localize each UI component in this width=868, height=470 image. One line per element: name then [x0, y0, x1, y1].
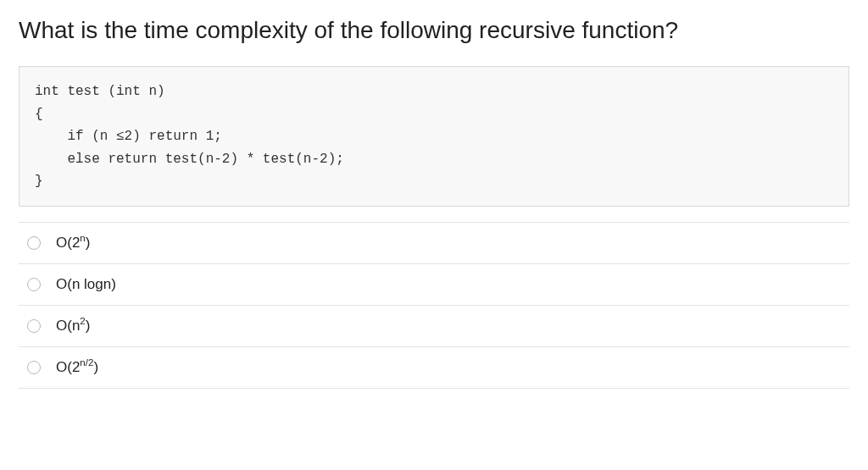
option-label: O(n logn) — [56, 276, 116, 293]
option-4[interactable]: O(2n/2) — [19, 347, 849, 389]
radio-icon — [27, 361, 41, 374]
option-label: O(2n/2) — [56, 359, 98, 376]
radio-icon — [27, 278, 41, 291]
radio-icon — [27, 319, 41, 333]
question-heading: What is the time complexity of the follo… — [19, 15, 849, 46]
option-label: O(2n) — [56, 235, 90, 252]
option-2[interactable]: O(n logn) — [19, 264, 849, 306]
option-1[interactable]: O(2n) — [19, 223, 849, 264]
options-group: O(2n) O(n logn) O(n2) O(2n/2) — [19, 222, 849, 389]
radio-icon — [27, 236, 41, 250]
option-3[interactable]: O(n2) — [19, 306, 849, 347]
code-block: int test (int n) { if (n ≤2) return 1; e… — [19, 66, 849, 207]
option-label: O(n2) — [56, 318, 90, 335]
